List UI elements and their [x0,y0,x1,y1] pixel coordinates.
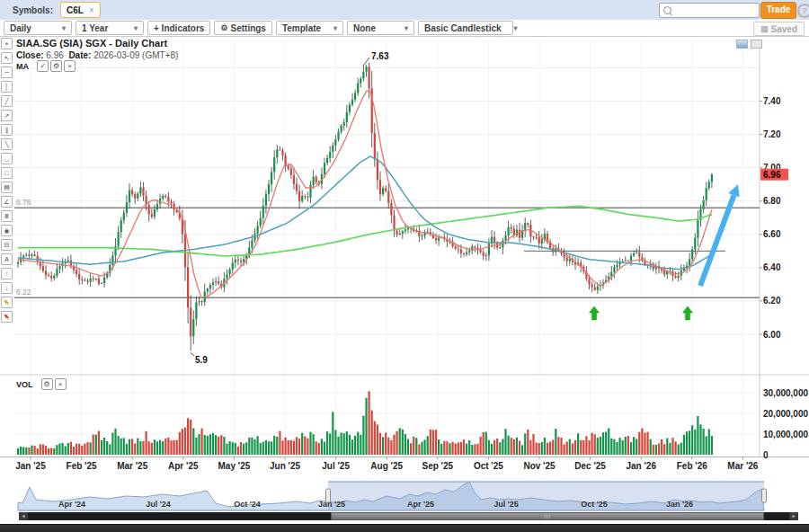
svg-text:Mar '25: Mar '25 [117,461,148,471]
highlight-marker-tool[interactable]: ✎ [1,297,13,308]
chart-type-dropdown[interactable]: Basic Candlestick▾ [418,21,513,35]
ma-settings-gear-icon[interactable]: ⚙ [50,60,62,72]
line-segment-tool[interactable]: ╲ [1,138,13,150]
fib-timezone-tool[interactable]: Ⅲ [1,210,13,222]
vol-settings-gear-icon[interactable]: ⚙ [41,378,53,390]
arc-tool[interactable]: ◡ [1,153,13,164]
svg-text:Apr '25: Apr '25 [168,461,199,471]
svg-text:6.20: 6.20 [763,296,781,306]
scroll-left-arrow-icon[interactable]: ◂ [19,512,28,520]
svg-text:Jun '25: Jun '25 [270,461,300,471]
vol-indicator-controls: VOL ⚙ × [16,378,68,390]
svg-text:Sep '25: Sep '25 [422,461,453,471]
svg-text:Apr '25: Apr '25 [407,500,434,509]
svg-text:Feb '25: Feb '25 [67,461,97,471]
text-tool[interactable]: A [1,253,13,265]
bottom-bar [0,524,809,532]
svg-text:6.22: 6.22 [16,288,31,297]
top-bar: Symbols: C6L × Trade ? [0,0,809,20]
print-icon[interactable] [751,40,762,49]
svg-text:Jul '25: Jul '25 [493,500,519,509]
chevron-down-icon: ▾ [134,24,138,32]
candles-layer [17,63,713,350]
fib-retracement-tool[interactable]: ▤ [1,182,13,193]
buy-signal-arrow-icon[interactable] [683,306,693,320]
chart-canvas[interactable]: 6.766.227.407.207.006.806.606.406.206.00… [0,36,809,532]
svg-text:Apr '24: Apr '24 [58,500,85,509]
gann-fan-tool[interactable]: ∠ [1,196,13,208]
chart-subtitle: Close: 6.96 Date: 2026-03-09 (GMT+8) [16,50,178,60]
scroll-right-arrow-icon[interactable]: ▸ [789,512,798,520]
svg-text:Dec '25: Dec '25 [574,461,606,471]
svg-text:6.80: 6.80 [763,196,781,206]
help-icon[interactable]: ? [797,4,809,18]
snapshot-icon[interactable] [736,40,748,49]
template-dropdown[interactable]: Template▾ [276,21,343,35]
navigator-right-handle[interactable] [762,489,767,502]
svg-text:May '25: May '25 [218,461,251,471]
svg-text:6.00: 6.00 [763,330,781,340]
svg-text:Oct '25: Oct '25 [581,500,608,509]
ellipse-tool[interactable]: ◉ [1,225,13,236]
symbol-tab-close-icon[interactable]: × [89,5,94,15]
svg-text:30,000,000: 30,000,000 [763,388,808,398]
parallel-channel-tool[interactable]: ∥ [1,124,13,136]
arrow-down-marker-tool[interactable]: ↓ [1,282,13,294]
navigator-layer[interactable]: Apr '24Jul '24Oct '24Jan '25Apr '25Jul '… [18,482,767,510]
symbol-tab-label: C6L [67,5,84,15]
svg-text:Jan '25: Jan '25 [15,461,46,471]
scrollbar-thumb[interactable]: ||| [331,512,764,520]
navigator-selection[interactable] [328,482,764,510]
saved-button[interactable]: ▤ Saved [753,22,805,36]
indicators-button[interactable]: + Indicators [147,21,210,35]
svg-text:Nov '25: Nov '25 [523,461,556,471]
pitchfork-tool[interactable]: ⊟ [1,239,13,251]
period-dropdown[interactable]: Daily▾ [4,21,72,35]
overlay-dropdown[interactable]: None▾ [347,21,414,35]
svg-text:6.40: 6.40 [763,262,781,272]
date-value: 2026-03-09 (GMT+8) [93,50,178,60]
date-label: Date: [68,50,91,60]
navigator-left-handle[interactable] [326,489,331,502]
search-icon [663,6,671,14]
svg-text:Aug '25: Aug '25 [370,461,403,471]
ray-line-tool[interactable]: ↗ [1,110,13,121]
vol-remove-icon[interactable]: × [55,378,67,390]
svg-text:Jan '26: Jan '26 [626,461,656,471]
chart-toolbar: Daily▾ 1 Year▾ + Indicators ⚙ Settings T… [0,20,809,37]
pointer-tool[interactable]: ↖ [1,52,13,64]
svg-text:Jul '24: Jul '24 [146,500,171,509]
svg-text:7.20: 7.20 [763,129,781,139]
vol-label: VOL [16,380,33,389]
symbol-tab[interactable]: C6L × [60,2,101,18]
vertical-line-tool[interactable]: │ [1,81,13,93]
svg-text:20,000,000: 20,000,000 [763,409,808,419]
search-input[interactable] [671,4,759,17]
svg-text:Jan '26: Jan '26 [666,500,693,509]
horizontal-line-tool[interactable]: ─ [1,66,13,78]
svg-text:6.96: 6.96 [763,170,781,180]
trend-arrow-shaft[interactable] [700,195,733,286]
symbol-search[interactable] [659,3,760,18]
svg-text:Mar '26: Mar '26 [727,461,759,471]
save-icon: ▤ [760,24,769,33]
ma-visibility-checkbox[interactable]: ✓ [37,60,49,72]
rectangle-tool[interactable]: □ [1,167,13,179]
trend-line-tool[interactable]: ╱ [1,95,13,107]
crosshair-tool[interactable]: ⌖ [1,38,13,49]
trade-button[interactable]: Trade [760,2,796,19]
settings-button[interactable]: ⚙ Settings [214,21,272,35]
ma-remove-icon[interactable]: × [64,60,76,72]
moving-averages-layer [18,91,712,297]
svg-text:6.76: 6.76 [16,198,31,207]
chevron-down-icon: ▾ [333,24,337,32]
red-marker-tool[interactable]: ✎ [1,311,13,323]
range-dropdown[interactable]: 1 Year▾ [76,21,144,35]
axes-labels-layer: 7.407.207.006.806.606.406.206.0030,000,0… [15,96,808,471]
arrow-up-marker-tool[interactable]: ↑ [1,268,13,279]
svg-text:10,000,000: 10,000,000 [763,430,808,439]
svg-text:0: 0 [763,450,769,460]
svg-text:7.40: 7.40 [763,96,781,106]
buy-signal-arrow-icon[interactable] [590,306,600,320]
symbols-label: Symbols: [13,5,53,15]
